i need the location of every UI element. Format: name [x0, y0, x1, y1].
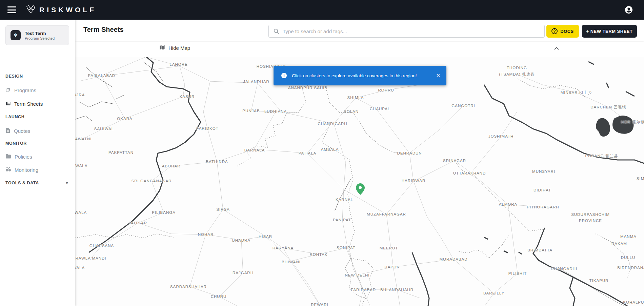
map-label: BHIMDATTA — [527, 248, 552, 252]
map-label: REWARI — [311, 303, 328, 306]
hide-map-button[interactable]: Hide Map — [159, 45, 190, 51]
map-label: PAKPATTAN — [108, 150, 134, 155]
map-label: PILIBANGA — [152, 210, 176, 215]
sidebar-item-label: Term Sheets — [14, 101, 43, 107]
map-label: DHANGADHI — [551, 267, 577, 271]
sidebar-item-policies[interactable]: Policies — [5, 152, 32, 161]
program-title: Test Term — [25, 30, 55, 36]
map-label: LUDHIANA — [264, 109, 287, 114]
map-label: BULANDSHAHR — [380, 288, 414, 292]
section-tools-data[interactable]: TOOLS & DATA — [5, 181, 39, 185]
map-label: JALANDHAR — [243, 80, 269, 84]
map-label: RAJGARH — [233, 271, 254, 275]
page-header: Term Sheets ? DOCS + NEW TERM SHEET — [75, 20, 644, 41]
close-icon[interactable]: ✕ — [436, 73, 440, 79]
docs-button[interactable]: ? DOCS — [546, 25, 579, 38]
map-label: BIRENDRANAGAR — [617, 266, 644, 270]
selected-program-card[interactable]: ✻ Test Term Program Selected — [5, 25, 69, 45]
sidebar-item-programs[interactable]: Programs — [5, 86, 36, 94]
sidebar-item-quotes[interactable]: Quotes — [5, 127, 30, 135]
sidebar-item-label: Monitoring — [15, 167, 38, 173]
quotes-icon — [5, 128, 11, 134]
map-icon — [159, 45, 165, 51]
map-label: LAHORE — [169, 62, 187, 66]
map-label: MUNSYARI — [532, 169, 555, 174]
app-window: RISKWOLF ✻ Test Term Program Selected DE… — [0, 0, 644, 306]
docs-button-label: DOCS — [560, 29, 574, 34]
sidebar-item-term-sheets[interactable]: Term Sheets — [5, 100, 43, 108]
map-label: MUZAFFARNAGAR — [367, 212, 406, 216]
programs-icon — [5, 87, 11, 94]
map-label: JAITSAR — [129, 221, 147, 225]
map-label: SIMIKOT — [637, 177, 644, 181]
chevron-down-icon[interactable]: ▼ — [65, 181, 69, 185]
map-label: BHIWANI — [282, 260, 301, 264]
map-label: ROHRU — [378, 88, 394, 92]
map-label: VALA — [75, 266, 85, 270]
account-icon[interactable] — [624, 5, 634, 15]
new-term-sheet-label: + NEW TERM SHEET — [586, 29, 633, 34]
map-label: SUDURPASHCHIM — [571, 212, 610, 217]
map-label: DEHRADUN — [397, 151, 422, 155]
map-marker-pin[interactable] — [356, 183, 365, 195]
map-label: EWALA — [75, 164, 87, 168]
map-label: ANANDPUR SAHIB — [288, 86, 327, 90]
map-label: CHURU — [211, 294, 227, 299]
hide-map-label: Hide Map — [168, 45, 190, 51]
chevron-up-icon[interactable] — [554, 45, 559, 52]
info-banner: Click on clusters to explore available c… — [274, 66, 446, 85]
map-label: GHARSANA — [89, 244, 114, 248]
hamburger-menu-icon[interactable] — [7, 6, 16, 13]
map-label: KOHALPUR — [623, 300, 644, 304]
sidebar-item-label: Programs — [14, 87, 36, 93]
map-label: JOSHIMATH — [488, 134, 514, 138]
map-label: NEW DELHI — [345, 273, 370, 277]
map-label: SONIPAT — [337, 246, 356, 250]
map-label: RAWLA MANDI — [75, 256, 106, 260]
map-label: SAHIWAL — [94, 127, 114, 131]
sidebar: ✻ Test Term Program Selected DESIGN Prog… — [0, 20, 75, 306]
map-label: SHIMLA — [347, 96, 364, 100]
map-label: BARNALA — [244, 148, 265, 152]
map-label: DULLU — [621, 256, 636, 260]
map-label: NOHAR — [198, 232, 214, 237]
brand-logo[interactable]: RISKWOLF — [26, 5, 96, 15]
map-label: MANMA — [620, 234, 637, 239]
sidebar-item-monitoring[interactable]: Monitoring — [5, 166, 38, 174]
map-label: CHAUPAL — [370, 107, 390, 111]
map-label: MEERUT — [380, 246, 398, 250]
map-label: AWATNI — [75, 137, 92, 141]
map-label: KASUR — [180, 95, 195, 99]
map-label: PANIPAT — [333, 218, 351, 222]
wolf-logo-icon — [26, 5, 36, 15]
section-monitor: MONITOR — [5, 141, 27, 146]
info-icon — [281, 73, 287, 79]
map-label: FARIDKOT — [196, 126, 219, 130]
map-label: ROHTAK — [309, 252, 327, 257]
brand-name: RISKWOLF — [39, 6, 96, 14]
map-label: FARIDABAD — [351, 288, 376, 292]
sidebar-item-label: Policies — [15, 154, 32, 160]
map-label: BAREILLY — [483, 291, 504, 295]
section-launch: LAUNCH — [5, 115, 24, 119]
help-icon: ? — [551, 28, 558, 34]
map-label: SOLAN — [344, 109, 359, 114]
term-sheets-icon — [5, 101, 11, 107]
search-input[interactable] — [283, 28, 544, 34]
map-label: UTTARAKHAND — [453, 171, 486, 175]
map-label: DARCHEN 巴嘎镇 — [590, 105, 626, 110]
map-label: SIRSA — [216, 207, 230, 211]
map-label: SARDARSHAHAR — [170, 285, 207, 289]
map-label: MINSAR 门士乡 — [561, 90, 592, 95]
map-canvas[interactable]: Click on clusters to explore available c… — [75, 57, 644, 306]
map-label: DIDIHAT — [534, 188, 551, 192]
top-navbar: RISKWOLF — [0, 0, 644, 20]
map-label: PATIALA — [299, 151, 317, 155]
map-label: CHANDIGARH — [318, 122, 347, 126]
map-label: BHADRA — [232, 238, 250, 242]
map-label: AWALA — [75, 210, 87, 215]
new-term-sheet-button[interactable]: + NEW TERM SHEET — [582, 25, 637, 38]
map-label: (TSAMDA) 札达县 — [499, 72, 535, 77]
sidebar-item-label: Quotes — [14, 128, 30, 134]
section-design: DESIGN — [5, 74, 23, 79]
